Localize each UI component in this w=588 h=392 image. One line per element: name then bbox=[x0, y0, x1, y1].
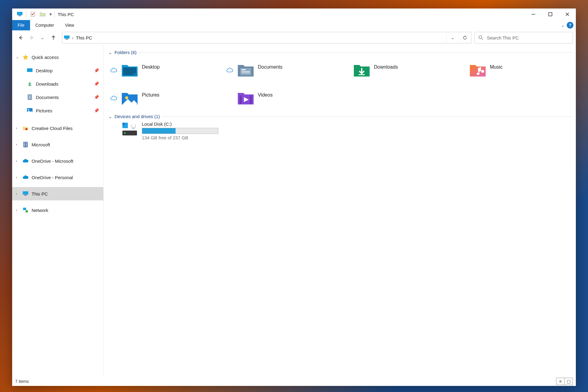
content-pane: ⌄ Folders (6) Desktop Documents bbox=[104, 45, 576, 377]
chevron-right-icon[interactable]: › bbox=[16, 208, 21, 212]
svg-rect-14 bbox=[27, 68, 32, 72]
nav-forward-button[interactable] bbox=[28, 34, 35, 41]
svg-rect-4 bbox=[549, 13, 552, 16]
tile-pictures[interactable]: Pictures bbox=[108, 84, 224, 112]
sidebar-item-microsoft[interactable]: › Microsoft bbox=[12, 138, 103, 151]
chevron-right-icon[interactable]: › bbox=[16, 175, 21, 179]
sidebar-item-quick-access[interactable]: ⌄ Quick access bbox=[12, 50, 103, 64]
chevron-right-icon[interactable]: › bbox=[16, 159, 21, 163]
sidebar-item-label: Downloads bbox=[36, 81, 92, 87]
refresh-button[interactable] bbox=[459, 32, 471, 43]
document-icon bbox=[27, 94, 33, 100]
nav-history-dropdown[interactable]: ⌄ bbox=[39, 34, 46, 41]
ribbon-collapse-icon[interactable]: ⌄ bbox=[561, 22, 565, 28]
svg-rect-19 bbox=[29, 98, 31, 99]
drive-usage-fill bbox=[142, 128, 176, 134]
tile-music[interactable]: Music bbox=[456, 56, 573, 84]
pin-icon[interactable]: 📌 bbox=[94, 95, 99, 100]
minimize-button[interactable] bbox=[525, 9, 542, 20]
properties-icon[interactable] bbox=[28, 12, 38, 17]
chevron-down-icon[interactable]: ⌄ bbox=[108, 114, 112, 119]
svg-rect-26 bbox=[24, 144, 25, 145]
sidebar-item-label: Network bbox=[32, 208, 103, 213]
sidebar-item-label: OneDrive - Microsoft bbox=[32, 159, 103, 164]
tile-desktop[interactable]: Desktop bbox=[108, 56, 224, 84]
tile-downloads[interactable]: Downloads bbox=[340, 56, 456, 84]
download-icon bbox=[27, 81, 33, 87]
view-details-button[interactable]: ≡ bbox=[556, 378, 565, 385]
chevron-right-icon[interactable]: › bbox=[16, 192, 21, 196]
breadcrumb-this-pc[interactable]: This PC bbox=[76, 35, 92, 40]
tile-label: Desktop bbox=[142, 64, 160, 76]
sidebar-item-label: Creative Cloud Files bbox=[32, 126, 103, 131]
sidebar-item-this-pc[interactable]: › This PC bbox=[12, 187, 103, 200]
svg-rect-27 bbox=[26, 144, 27, 145]
sidebar-item-documents[interactable]: Documents 📌 bbox=[12, 90, 103, 104]
tile-local-disk[interactable]: Local Disk (C:) 134 GB free of 237 GB bbox=[108, 120, 238, 141]
nav-up-button[interactable] bbox=[50, 34, 57, 41]
sidebar-item-label: Documents bbox=[36, 95, 92, 100]
qat-dropdown-icon[interactable]: ▾ bbox=[48, 12, 53, 17]
group-header-label: Devices and drives (1) bbox=[115, 114, 160, 119]
sidebar-item-network[interactable]: › Network bbox=[12, 203, 103, 217]
svg-rect-18 bbox=[29, 97, 31, 97]
nav-back-button[interactable] bbox=[17, 34, 24, 41]
sidebar-item-desktop[interactable]: Desktop 📌 bbox=[12, 64, 103, 77]
svg-rect-43 bbox=[250, 95, 252, 104]
address-dropdown-icon[interactable]: ⌄ bbox=[446, 32, 459, 43]
monitor-icon bbox=[22, 191, 29, 197]
pin-icon[interactable]: 📌 bbox=[94, 68, 99, 73]
tile-label: Music bbox=[490, 64, 503, 76]
sidebar-item-onedrive-personal[interactable]: › OneDrive - Personal bbox=[12, 171, 103, 184]
group-header-folders[interactable]: ⌄ Folders (6) bbox=[108, 50, 573, 55]
pin-icon[interactable]: 📌 bbox=[94, 81, 99, 86]
address-bar[interactable]: › This PC ⌄ bbox=[62, 32, 471, 43]
svg-rect-42 bbox=[240, 95, 241, 104]
tile-documents[interactable]: Documents bbox=[224, 56, 340, 84]
sidebar-item-pictures[interactable]: Pictures 📌 bbox=[12, 104, 103, 117]
svg-point-41 bbox=[125, 96, 128, 99]
tile-videos[interactable]: Videos bbox=[224, 84, 340, 112]
svg-rect-25 bbox=[26, 142, 27, 143]
sidebar-item-downloads[interactable]: Downloads 📌 bbox=[12, 77, 103, 90]
nav-pane: ⌄ Quick access Desktop 📌 Downloads 📌 Doc… bbox=[12, 45, 104, 377]
title-bar: ▾ This PC bbox=[12, 9, 576, 20]
view-large-button[interactable]: ▢ bbox=[564, 378, 573, 385]
svg-rect-1 bbox=[19, 15, 21, 16]
svg-point-45 bbox=[124, 132, 126, 134]
svg-rect-29 bbox=[26, 145, 27, 146]
chevron-down-icon[interactable]: ⌄ bbox=[16, 55, 21, 59]
group-header-drives[interactable]: ⌄ Devices and drives (1) bbox=[108, 114, 573, 119]
folder-dropdown-icon[interactable] bbox=[38, 12, 48, 17]
drive-usage-bar bbox=[142, 128, 218, 134]
status-bar: 7 items ≡ ▢ bbox=[12, 377, 576, 386]
help-icon[interactable]: ? bbox=[567, 22, 573, 29]
svg-rect-47 bbox=[122, 123, 125, 125]
network-icon bbox=[22, 207, 29, 213]
close-button[interactable] bbox=[559, 9, 576, 20]
chevron-down-icon[interactable]: ⌄ bbox=[108, 50, 112, 55]
cloud-sync-icon bbox=[110, 68, 118, 73]
svg-rect-38 bbox=[241, 71, 250, 72]
sidebar-item-creative-cloud[interactable]: › Creative Cloud Files bbox=[12, 121, 103, 135]
sidebar-item-onedrive-ms[interactable]: › OneDrive - Microsoft bbox=[12, 154, 103, 168]
svg-rect-11 bbox=[66, 39, 68, 39]
maximize-button[interactable] bbox=[542, 9, 559, 20]
downloads-folder-icon bbox=[353, 61, 371, 79]
chevron-right-icon[interactable]: › bbox=[16, 142, 21, 147]
search-icon bbox=[478, 35, 483, 40]
tab-file[interactable]: File bbox=[12, 20, 30, 30]
tab-view[interactable]: View bbox=[60, 20, 80, 30]
tab-computer[interactable]: Computer bbox=[30, 20, 60, 30]
status-item-count: 7 items bbox=[15, 379, 29, 384]
pin-icon[interactable]: 📌 bbox=[94, 108, 99, 113]
search-box[interactable]: Search This PC bbox=[474, 32, 573, 43]
svg-rect-10 bbox=[64, 36, 70, 39]
creative-cloud-icon bbox=[22, 125, 29, 131]
svg-rect-24 bbox=[24, 142, 25, 143]
tile-label: Downloads bbox=[374, 64, 398, 76]
chevron-right-icon[interactable]: › bbox=[16, 126, 21, 130]
breadcrumb-separator[interactable]: › bbox=[72, 35, 74, 40]
search-placeholder: Search This PC bbox=[487, 35, 519, 40]
svg-rect-0 bbox=[17, 12, 22, 15]
